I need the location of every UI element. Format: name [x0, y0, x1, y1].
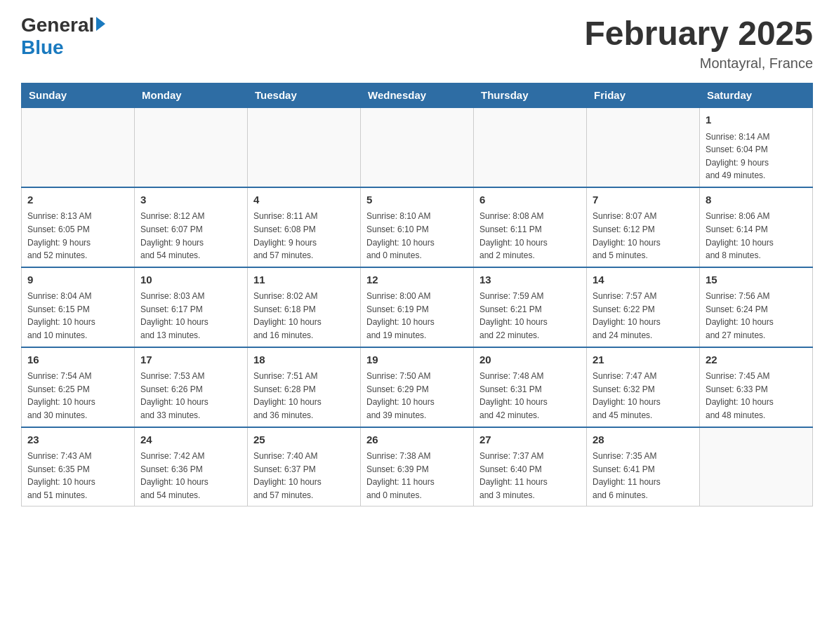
day-info: Sunrise: 7:35 AM Sunset: 6:41 PM Dayligh… — [593, 450, 694, 502]
day-number: 19 — [366, 352, 468, 368]
calendar-header-tuesday: Tuesday — [248, 83, 361, 108]
day-number: 10 — [140, 272, 241, 288]
calendar-cell: 26Sunrise: 7:38 AM Sunset: 6:39 PM Dayli… — [361, 427, 474, 507]
day-number: 24 — [140, 432, 241, 448]
calendar-cell: 8Sunrise: 8:06 AM Sunset: 6:14 PM Daylig… — [700, 187, 813, 267]
day-info: Sunrise: 8:06 AM Sunset: 6:14 PM Dayligh… — [706, 210, 807, 262]
calendar-header-friday: Friday — [587, 83, 700, 108]
day-number: 26 — [366, 432, 468, 448]
day-info: Sunrise: 7:54 AM Sunset: 6:25 PM Dayligh… — [27, 370, 128, 422]
logo-arrow-icon — [96, 17, 105, 31]
calendar-cell: 14Sunrise: 7:57 AM Sunset: 6:22 PM Dayli… — [587, 267, 700, 347]
calendar-cell — [361, 107, 474, 187]
day-info: Sunrise: 8:00 AM Sunset: 6:19 PM Dayligh… — [366, 290, 468, 342]
day-info: Sunrise: 7:40 AM Sunset: 6:37 PM Dayligh… — [253, 450, 355, 502]
page-title: February 2025 — [584, 14, 813, 53]
day-info: Sunrise: 7:45 AM Sunset: 6:33 PM Dayligh… — [706, 370, 807, 422]
calendar-cell — [700, 427, 813, 507]
day-number: 23 — [27, 432, 128, 448]
calendar-cell: 7Sunrise: 8:07 AM Sunset: 6:12 PM Daylig… — [587, 187, 700, 267]
day-number: 1 — [706, 112, 807, 128]
logo: General Blue — [21, 14, 105, 59]
calendar-cell — [474, 107, 587, 187]
day-number: 7 — [593, 192, 694, 208]
day-info: Sunrise: 8:08 AM Sunset: 6:11 PM Dayligh… — [479, 210, 581, 262]
calendar-cell: 17Sunrise: 7:53 AM Sunset: 6:26 PM Dayli… — [135, 347, 248, 427]
day-number: 14 — [593, 272, 694, 288]
day-number: 15 — [706, 272, 807, 288]
day-number: 22 — [706, 352, 807, 368]
calendar-cell — [22, 107, 135, 187]
day-info: Sunrise: 8:10 AM Sunset: 6:10 PM Dayligh… — [366, 210, 468, 262]
calendar-header-monday: Monday — [135, 83, 248, 108]
day-info: Sunrise: 7:57 AM Sunset: 6:22 PM Dayligh… — [593, 290, 694, 342]
calendar-cell: 13Sunrise: 7:59 AM Sunset: 6:21 PM Dayli… — [474, 267, 587, 347]
calendar-cell: 23Sunrise: 7:43 AM Sunset: 6:35 PM Dayli… — [22, 427, 135, 507]
calendar-cell: 28Sunrise: 7:35 AM Sunset: 6:41 PM Dayli… — [587, 427, 700, 507]
day-number: 16 — [27, 352, 128, 368]
calendar-header-row: SundayMondayTuesdayWednesdayThursdayFrid… — [22, 83, 813, 108]
calendar-cell: 20Sunrise: 7:48 AM Sunset: 6:31 PM Dayli… — [474, 347, 587, 427]
calendar-cell: 11Sunrise: 8:02 AM Sunset: 6:18 PM Dayli… — [248, 267, 361, 347]
day-info: Sunrise: 7:53 AM Sunset: 6:26 PM Dayligh… — [140, 370, 241, 422]
calendar-cell: 25Sunrise: 7:40 AM Sunset: 6:37 PM Dayli… — [248, 427, 361, 507]
day-info: Sunrise: 7:42 AM Sunset: 6:36 PM Dayligh… — [140, 450, 241, 502]
day-info: Sunrise: 7:47 AM Sunset: 6:32 PM Dayligh… — [593, 370, 694, 422]
calendar-cell — [248, 107, 361, 187]
day-number: 28 — [593, 432, 694, 448]
page-header: General Blue February 2025 Montayral, Fr… — [21, 14, 813, 72]
calendar-cell: 15Sunrise: 7:56 AM Sunset: 6:24 PM Dayli… — [700, 267, 813, 347]
day-info: Sunrise: 7:37 AM Sunset: 6:40 PM Dayligh… — [479, 450, 581, 502]
day-info: Sunrise: 7:43 AM Sunset: 6:35 PM Dayligh… — [27, 450, 128, 502]
day-number: 25 — [253, 432, 355, 448]
day-info: Sunrise: 8:14 AM Sunset: 6:04 PM Dayligh… — [706, 130, 807, 182]
day-number: 20 — [479, 352, 581, 368]
day-number: 12 — [366, 272, 468, 288]
calendar-cell: 2Sunrise: 8:13 AM Sunset: 6:05 PM Daylig… — [22, 187, 135, 267]
week-row-1: 1Sunrise: 8:14 AM Sunset: 6:04 PM Daylig… — [22, 107, 813, 187]
calendar-header-wednesday: Wednesday — [361, 83, 474, 108]
day-number: 18 — [253, 352, 355, 368]
day-info: Sunrise: 7:51 AM Sunset: 6:28 PM Dayligh… — [253, 370, 355, 422]
day-info: Sunrise: 8:03 AM Sunset: 6:17 PM Dayligh… — [140, 290, 241, 342]
day-number: 5 — [366, 192, 468, 208]
calendar-cell: 18Sunrise: 7:51 AM Sunset: 6:28 PM Dayli… — [248, 347, 361, 427]
title-area: February 2025 Montayral, France — [584, 14, 813, 72]
calendar-cell: 3Sunrise: 8:12 AM Sunset: 6:07 PM Daylig… — [135, 187, 248, 267]
week-row-2: 2Sunrise: 8:13 AM Sunset: 6:05 PM Daylig… — [22, 187, 813, 267]
day-number: 4 — [253, 192, 355, 208]
day-info: Sunrise: 7:38 AM Sunset: 6:39 PM Dayligh… — [366, 450, 468, 502]
calendar-cell: 19Sunrise: 7:50 AM Sunset: 6:29 PM Dayli… — [361, 347, 474, 427]
day-number: 21 — [593, 352, 694, 368]
calendar-cell: 16Sunrise: 7:54 AM Sunset: 6:25 PM Dayli… — [22, 347, 135, 427]
day-number: 6 — [479, 192, 581, 208]
day-number: 9 — [27, 272, 128, 288]
week-row-3: 9Sunrise: 8:04 AM Sunset: 6:15 PM Daylig… — [22, 267, 813, 347]
day-number: 3 — [140, 192, 241, 208]
calendar-cell: 5Sunrise: 8:10 AM Sunset: 6:10 PM Daylig… — [361, 187, 474, 267]
day-info: Sunrise: 7:59 AM Sunset: 6:21 PM Dayligh… — [479, 290, 581, 342]
calendar-cell — [587, 107, 700, 187]
calendar-cell: 24Sunrise: 7:42 AM Sunset: 6:36 PM Dayli… — [135, 427, 248, 507]
day-info: Sunrise: 8:11 AM Sunset: 6:08 PM Dayligh… — [253, 210, 355, 262]
day-info: Sunrise: 8:13 AM Sunset: 6:05 PM Dayligh… — [27, 210, 128, 262]
calendar-cell: 4Sunrise: 8:11 AM Sunset: 6:08 PM Daylig… — [248, 187, 361, 267]
calendar-cell: 9Sunrise: 8:04 AM Sunset: 6:15 PM Daylig… — [22, 267, 135, 347]
day-info: Sunrise: 7:50 AM Sunset: 6:29 PM Dayligh… — [366, 370, 468, 422]
calendar-cell: 22Sunrise: 7:45 AM Sunset: 6:33 PM Dayli… — [700, 347, 813, 427]
day-number: 2 — [27, 192, 128, 208]
calendar-table: SundayMondayTuesdayWednesdayThursdayFrid… — [21, 83, 813, 507]
day-info: Sunrise: 8:02 AM Sunset: 6:18 PM Dayligh… — [253, 290, 355, 342]
day-number: 13 — [479, 272, 581, 288]
calendar-cell: 12Sunrise: 8:00 AM Sunset: 6:19 PM Dayli… — [361, 267, 474, 347]
calendar-cell: 21Sunrise: 7:47 AM Sunset: 6:32 PM Dayli… — [587, 347, 700, 427]
calendar-cell — [135, 107, 248, 187]
week-row-4: 16Sunrise: 7:54 AM Sunset: 6:25 PM Dayli… — [22, 347, 813, 427]
day-number: 8 — [706, 192, 807, 208]
calendar-header-sunday: Sunday — [22, 83, 135, 108]
day-number: 11 — [253, 272, 355, 288]
day-info: Sunrise: 8:07 AM Sunset: 6:12 PM Dayligh… — [593, 210, 694, 262]
calendar-cell: 1Sunrise: 8:14 AM Sunset: 6:04 PM Daylig… — [700, 107, 813, 187]
calendar-header-saturday: Saturday — [700, 83, 813, 108]
calendar-cell: 6Sunrise: 8:08 AM Sunset: 6:11 PM Daylig… — [474, 187, 587, 267]
